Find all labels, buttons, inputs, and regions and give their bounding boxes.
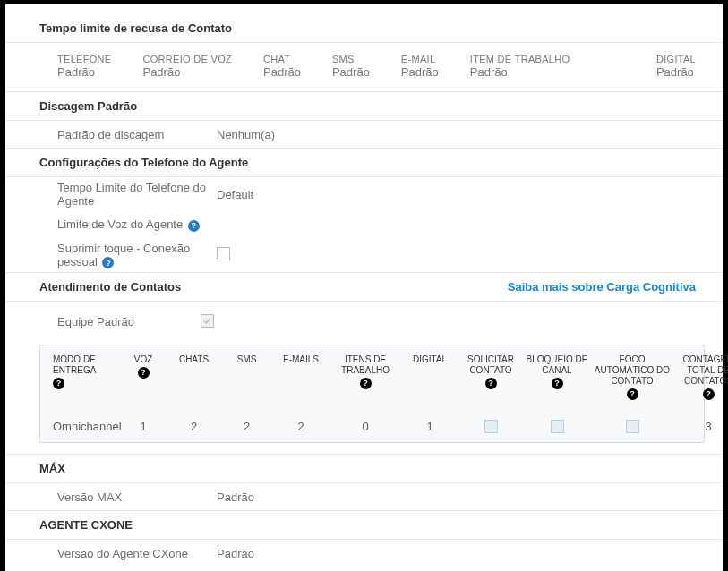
- col-chats: CHATS: [169, 354, 218, 365]
- section-agent-phone: Configurações do Telefone do Agente: [5, 149, 723, 177]
- help-icon[interactable]: ?: [360, 378, 372, 389]
- col-sms: SMS: [222, 354, 271, 365]
- help-icon[interactable]: ?: [627, 388, 638, 400]
- help-icon[interactable]: ?: [188, 220, 200, 232]
- suppress-ring-checkbox[interactable]: [217, 247, 230, 260]
- cxone-version-label: Versão do Agente CXone: [57, 547, 217, 560]
- cognitive-load-link[interactable]: Saiba mais sobre Carga Cognitiva: [508, 280, 696, 294]
- cell-digital: 1: [404, 420, 456, 433]
- refusal-item-workitem: ITEM DE TRABALHO Padrão: [470, 54, 570, 79]
- refusal-items: TELEFONE Padrão CORREIO DE VOZ Padrão CH…: [5, 43, 723, 91]
- refusal-value: Padrão: [142, 65, 232, 79]
- refusal-item-email: E-MAIL Padrão: [401, 54, 439, 79]
- col-workitems: ITENS DE TRABALHO ?: [330, 354, 400, 389]
- help-icon[interactable]: ?: [138, 367, 150, 379]
- section-max: MÁX: [5, 455, 723, 483]
- refusal-value: Padrão: [470, 65, 570, 79]
- refusal-item-voicemail: CORREIO DE VOZ Padrão: [142, 54, 232, 79]
- refusal-value: Padrão: [57, 65, 111, 79]
- refusal-label: SMS: [332, 54, 370, 64]
- section-contact-handling: Atendimento de Contatos: [39, 280, 181, 294]
- section-default-dialing: Discagem Padrão: [5, 92, 723, 121]
- help-icon[interactable]: ?: [552, 378, 563, 389]
- col-request-contact: SOLICITAR CONTATO ?: [459, 354, 522, 389]
- dialing-pattern-value: Nenhum(a): [217, 128, 275, 141]
- max-version-label: Versão MAX: [57, 490, 217, 504]
- contact-handling-table: MODO DE ENTREGA ? VOZ ? CHATS SMS E-MAIL…: [39, 345, 705, 443]
- default-team-label: Equipe Padrão: [57, 315, 201, 328]
- refusal-value: Padrão: [656, 65, 696, 79]
- refusal-item-telefone: TELEFONE Padrão: [57, 54, 111, 79]
- cell-total: 3: [676, 420, 728, 433]
- col-voice: VOZ ?: [121, 354, 166, 379]
- cell-chats: 2: [169, 420, 218, 433]
- agent-voice-limit-label: Limite de Voz do Agente ?: [57, 217, 217, 231]
- cell-emails: 2: [275, 420, 327, 433]
- cell-workitems: 0: [330, 420, 400, 433]
- help-icon[interactable]: ?: [703, 388, 715, 400]
- request-contact-checkbox[interactable]: [484, 420, 498, 433]
- cell-sms: 2: [222, 420, 271, 433]
- col-auto-focus: FOCO AUTOMÁTICO DO CONTATO ?: [592, 354, 672, 400]
- cxone-version-value: Padrão: [217, 547, 254, 560]
- cell-voice: 1: [121, 420, 166, 433]
- max-version-value: Padrão: [217, 490, 254, 504]
- agent-phone-timeout-label: Tempo Limite do Telefone do Agente: [57, 181, 217, 208]
- col-delivery-mode: MODO DE ENTREGA ?: [47, 354, 117, 389]
- refusal-label: CORREIO DE VOZ: [142, 54, 232, 64]
- auto-focus-checkbox[interactable]: [626, 420, 639, 433]
- col-emails: E-MAILS: [275, 354, 327, 365]
- refusal-item-chat: CHAT Padrão: [263, 54, 301, 79]
- help-icon[interactable]: ?: [485, 378, 497, 389]
- refusal-item-sms: SMS Padrão: [332, 54, 370, 79]
- help-icon[interactable]: ?: [102, 257, 114, 268]
- suppress-ring-label: Suprimir toque - Conexão pessoal ?: [57, 242, 217, 268]
- refusal-label: DIGITAL: [656, 54, 696, 64]
- refusal-label: E-MAIL: [401, 54, 439, 64]
- help-icon[interactable]: ?: [53, 378, 64, 389]
- col-total-count: CONTAGEM TOTAL DE CONTATOS ?: [676, 354, 728, 400]
- agent-phone-timeout-value: Default: [217, 188, 253, 201]
- col-channel-lock: BLOQUEIO DE CANAL ?: [526, 354, 588, 389]
- dialing-pattern-label: Padrão de discagem: [57, 128, 217, 141]
- default-team-checkbox: [201, 314, 214, 328]
- section-cxone-agent: AGENTE CXONE: [5, 511, 723, 540]
- col-digital: DIGITAL: [404, 354, 456, 365]
- refusal-label: CHAT: [263, 54, 301, 64]
- cell-mode: Omnichannel: [47, 420, 117, 433]
- channel-lock-checkbox[interactable]: [551, 420, 564, 433]
- refusal-value: Padrão: [401, 65, 439, 79]
- refusal-value: Padrão: [263, 65, 301, 79]
- refusal-label: ITEM DE TRABALHO: [470, 54, 570, 64]
- table-row: Omnichannel 1 2 2 2 0 1 3: [47, 420, 697, 433]
- refusal-value: Padrão: [332, 65, 370, 79]
- section-refusal-timeout: Tempo limite de recusa de Contato: [5, 14, 723, 43]
- refusal-item-digital: DIGITAL Padrão: [656, 54, 696, 79]
- refusal-label: TELEFONE: [57, 54, 111, 64]
